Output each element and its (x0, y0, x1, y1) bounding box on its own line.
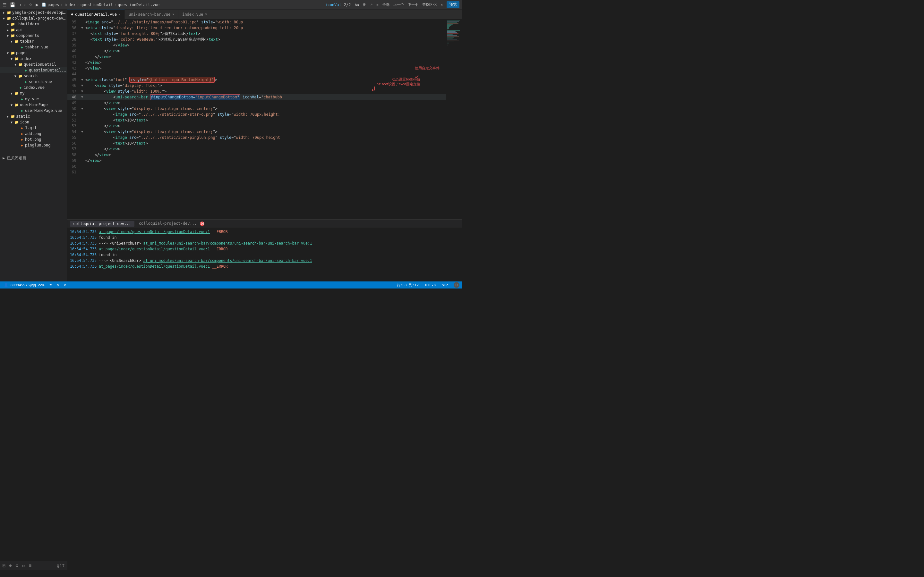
tree-search-vue[interactable]: ◆ search.vue (0, 79, 67, 85)
closed-projects[interactable]: ▶ 已关闭项目 (0, 154, 67, 162)
tree-my-folder[interactable]: ▼ 📁 my (0, 90, 67, 96)
code-line-49: 49 </view> (67, 100, 446, 106)
tree-index-vue[interactable]: ◆ index.vue (0, 85, 67, 90)
error-link-5[interactable]: at_pages/index/questionDetail/questionDe… (99, 264, 210, 269)
tree-hbuilderx[interactable]: ▶ 📁 .hbuilderx (0, 21, 67, 27)
terminal-tab-2[interactable]: colloquial-project-dev... 26 (136, 221, 208, 227)
tab-close-button[interactable]: × (119, 13, 121, 16)
tree-tabbar[interactable]: ▼ 📁 tabbar (0, 39, 67, 44)
code-line-57: 57 </view> (67, 146, 446, 152)
error-link-2[interactable]: at_uni_modules/uni-search-bar/components… (144, 241, 312, 245)
save-icon[interactable]: 💾 (10, 2, 15, 7)
close-search-button[interactable]: × (439, 2, 444, 7)
run-button[interactable]: ▶ (34, 2, 40, 8)
status-icon-2[interactable]: ⊕ (55, 283, 60, 287)
expand-arrow: ▶ (5, 28, 10, 32)
back-button[interactable]: ‹ (19, 2, 23, 8)
tree-userhomepage-vue[interactable]: ◆ userHomePage.vue (0, 108, 67, 113)
tree-icon-folder[interactable]: ▼ 📁 icon (0, 119, 67, 125)
file-name: my.vue (24, 97, 67, 101)
status-icon-1[interactable]: ≡ (48, 283, 53, 287)
breadcrumb: 📄 pages › index › questionDetail › quest… (42, 3, 160, 7)
timestamp: 16:54:54.735 (70, 235, 97, 240)
tree-addpng[interactable]: ◆ add.png (0, 131, 67, 137)
tab-unisearchbar[interactable]: uni-search-bar.vue × (125, 10, 178, 19)
user-icon: 👤 (4, 283, 11, 287)
select-all-button[interactable]: 全选 (381, 2, 391, 8)
tree-pinglunpng[interactable]: ◆ pinglun.png (0, 142, 67, 148)
breadcrumb-index[interactable]: index (64, 3, 75, 7)
bookmark-button[interactable]: ☆ (27, 2, 34, 8)
forward-button[interactable]: › (23, 2, 27, 8)
folder-icon: 📁 (10, 51, 15, 55)
project-colloquial[interactable]: ▼ 📁 colloquial-project-development-uniap… (0, 15, 67, 21)
error-link-3[interactable]: at_pages/index/questionDetail/questionDe… (99, 247, 210, 251)
editor-scroll-area[interactable]: 35 <image src="../../../static/images/my… (67, 19, 462, 219)
tree-tabbar-vue[interactable]: ◆ tabbar.vue (0, 44, 67, 50)
tree-hotpng[interactable]: ◆ hot.png (0, 137, 67, 142)
prev-button[interactable]: 上一个 (392, 2, 405, 8)
tab-close-button[interactable]: × (172, 13, 174, 16)
file-name: questionDetail.vue (28, 68, 67, 73)
tab-indexvue[interactable]: index.vue × (178, 10, 211, 19)
code-line-43: 43 </view> (67, 65, 446, 71)
tree-api[interactable]: ▶ 📁 api (0, 27, 67, 33)
tree-userhomepage-folder[interactable]: ▼ 📁 userHomePage (0, 102, 67, 108)
match-whole-word-button[interactable]: 图 (362, 2, 368, 8)
tree-components[interactable]: ▼ 📁 components (0, 33, 67, 39)
code-line-47: 47 ▼ <view style="width: 100%;"> (67, 89, 446, 94)
regex-button[interactable]: .* (369, 2, 374, 7)
code-line-54: 54 ▼ <view style="display: flex;align-it… (67, 129, 446, 135)
minimap-line (447, 33, 459, 34)
breadcrumb-file[interactable]: questionDetail.vue (118, 3, 160, 7)
menu-icon[interactable]: ☰ (3, 2, 7, 7)
preview-button[interactable]: 预览 (447, 1, 459, 8)
line-content (84, 163, 446, 169)
replace-button[interactable]: 替换区<< (421, 2, 438, 8)
bottom-panel: colloquial-project-dev... colloquial-pro… (67, 219, 462, 282)
expand-arrow: ▶ (1, 11, 6, 15)
encoding[interactable]: UTF-8 (424, 283, 437, 287)
status-bar-left: 👤 809945573@qq.com ≡ ⊕ ⊘ (3, 283, 67, 287)
equal-button[interactable]: = (375, 2, 380, 7)
minimap-line (447, 21, 459, 22)
tree-search-folder[interactable]: ▼ 📁 search (0, 73, 67, 79)
user-avatar[interactable]: U (454, 282, 459, 288)
breadcrumb-pages[interactable]: pages (47, 3, 59, 7)
error-link[interactable]: at_pages/index/questionDetail/questionDe… (99, 229, 210, 234)
terminal-tab-1[interactable]: colloquial-project-dev... (70, 221, 134, 227)
project-yangle[interactable]: ▶ 📁 yangle-project-development-uniapp (0, 10, 67, 15)
expand-arrow (14, 143, 19, 147)
line-content: </view> (84, 65, 446, 71)
match-case-button[interactable]: Aa (353, 2, 360, 7)
tree-1gif[interactable]: ◆ 1.gif (0, 125, 67, 131)
file-name: pinglun.png (24, 143, 67, 147)
tree-questiondetail-vue[interactable]: ◆ questionDetail.vue (0, 67, 67, 73)
tree-index-folder[interactable]: ▼ 📁 index (0, 56, 67, 61)
status-icon-3[interactable]: ⊘ (63, 283, 68, 287)
tree-questiondetail-folder[interactable]: ▼ 📁 questionDetail (0, 61, 67, 67)
title-bar: ☰ 💾 ‹ › ☆ ▶ 📄 pages › index › questionDe… (0, 0, 462, 10)
breadcrumb-questiondetail[interactable]: questionDetail (81, 3, 113, 7)
minimap-line (447, 44, 449, 44)
next-button[interactable]: 下一个 (407, 2, 420, 8)
line-content: </view> (84, 54, 446, 60)
tab-questiondetail[interactable]: questionDetail.vue × (67, 10, 125, 19)
error-link-4[interactable]: at_uni_modules/uni-search-bar/components… (144, 258, 312, 263)
gif-file-icon: ◆ (19, 126, 24, 130)
language-mode[interactable]: Vue (441, 283, 450, 287)
minimap-line (447, 40, 459, 40)
vue-file-icon: ◆ (23, 80, 28, 84)
tree-my-vue[interactable]: ◆ my.vue (0, 96, 67, 102)
tree-pages[interactable]: ▼ 📁 pages (0, 50, 67, 56)
user-email[interactable]: 👤 809945573@qq.com (3, 283, 46, 287)
fold-gutter: ▼ (80, 89, 84, 94)
tab-close-button[interactable]: × (205, 13, 207, 16)
file-name: add.png (24, 131, 67, 136)
tree-static-folder[interactable]: ▼ 📁 static (0, 113, 67, 119)
cursor-position[interactable]: 行:63 列:12 (396, 283, 420, 287)
code-editor[interactable]: 35 <image src="../../../static/images/my… (67, 19, 446, 219)
line-num: 44 (67, 71, 80, 77)
minimap-content (446, 19, 462, 48)
code-line-50: 50 ▼ <view style="display: flex;align-it… (67, 106, 446, 111)
